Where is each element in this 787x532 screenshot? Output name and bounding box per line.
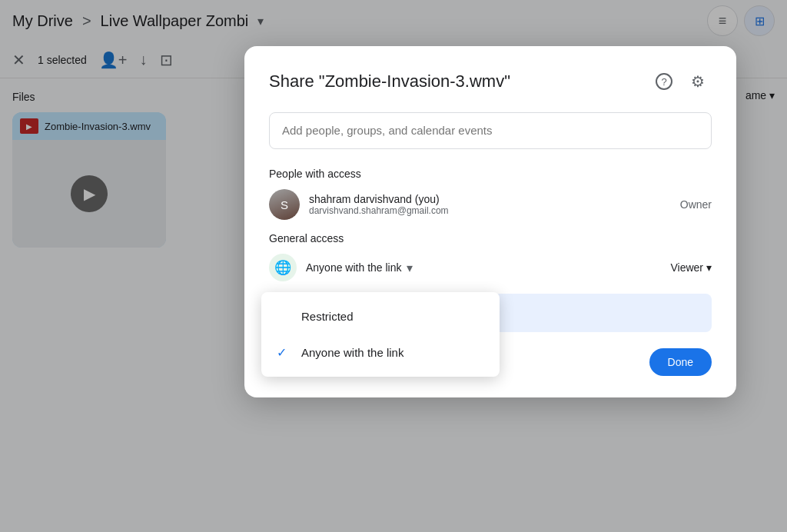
owner-row: S shahram darvishvand (you) darvishvand.…	[269, 189, 712, 220]
general-access-title: General access	[269, 232, 712, 244]
viewer-label: Viewer	[670, 261, 703, 274]
restricted-label: Restricted	[301, 310, 354, 323]
people-input[interactable]	[282, 124, 699, 137]
done-label: Done	[668, 356, 693, 368]
people-input-container[interactable]	[269, 112, 712, 149]
settings-icon: ⚙	[691, 72, 705, 91]
settings-button[interactable]: ⚙	[684, 68, 712, 95]
dropdown-item-anyone[interactable]: ✓ Anyone with the link	[261, 334, 500, 371]
modal-header: Share "Zombie-Invasion-3.wmv" ? ⚙	[269, 68, 712, 95]
share-modal: Share "Zombie-Invasion-3.wmv" ? ⚙ People…	[244, 46, 736, 397]
viewer-dropdown[interactable]: Viewer ▾	[670, 261, 712, 274]
owner-name: shahram darvishvand (you)	[309, 193, 671, 205]
access-row: 🌐 Anyone with the link ▾ Viewer ▾ ✓ Rest…	[269, 254, 712, 281]
owner-email: darvishvand.shahram@gmail.com	[309, 205, 671, 216]
anyone-check-icon: ✓	[277, 345, 292, 360]
access-type-dropdown[interactable]: Anyone with the link ▾	[306, 261, 413, 275]
owner-role: Owner	[680, 198, 712, 211]
dropdown-item-restricted[interactable]: ✓ Restricted	[261, 298, 500, 334]
access-chevron-icon: ▾	[407, 261, 413, 275]
access-dropdown-menu: ✓ Restricted ✓ Anyone with the link	[261, 292, 500, 377]
viewer-chevron-icon: ▾	[706, 261, 712, 274]
globe-icon-wrap: 🌐	[269, 254, 297, 281]
access-type-label: Anyone with the link	[306, 261, 402, 274]
people-with-access-title: People with access	[269, 168, 712, 180]
globe-icon: 🌐	[274, 259, 291, 276]
avatar-image: S	[269, 189, 300, 220]
modal-title: Share "Zombie-Invasion-3.wmv"	[269, 71, 644, 91]
owner-info: shahram darvishvand (you) darvishvand.sh…	[309, 193, 671, 216]
help-icon: ?	[656, 73, 672, 90]
anyone-label: Anyone with the link	[301, 346, 403, 359]
owner-avatar: S	[269, 189, 300, 220]
done-button[interactable]: Done	[649, 348, 712, 376]
help-button[interactable]: ?	[650, 68, 678, 95]
